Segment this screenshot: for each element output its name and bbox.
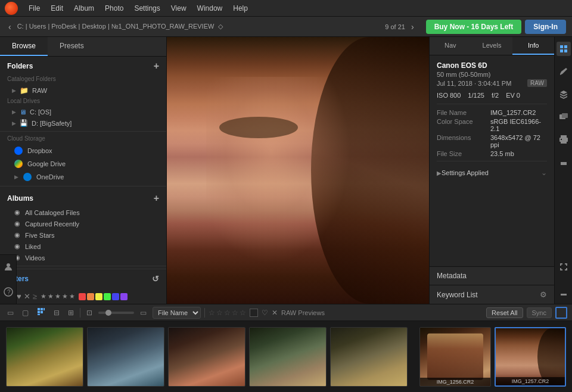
tab-presets[interactable]: Presets: [48, 37, 96, 56]
path-counter: 9 of 21: [385, 23, 405, 30]
toolbar-filmstrip-icon[interactable]: ▭: [5, 307, 16, 318]
right-icon-gallery[interactable]: [557, 110, 571, 124]
toolbar-heart-icon[interactable]: ♡: [262, 309, 268, 317]
filter-color-yellow[interactable]: [95, 293, 102, 300]
left-sidebar: Browse Presets Folders + Cataloged Folde…: [0, 37, 167, 304]
reset-all-button[interactable]: Reset All: [486, 307, 523, 318]
zoom-slider[interactable]: [98, 312, 134, 314]
menu-edit[interactable]: Edit: [46, 3, 68, 14]
menu-photo[interactable]: Photo: [100, 3, 128, 14]
raw-folder-item[interactable]: ▶ 📁 RAW: [0, 85, 166, 97]
nav-back[interactable]: ‹: [6, 21, 14, 33]
album-videos[interactable]: ◉ Videos: [0, 252, 166, 263]
filter-color-red[interactable]: [79, 293, 86, 300]
right-icon-print[interactable]: [557, 132, 571, 147]
filter-star-4[interactable]: ★: [62, 293, 68, 300]
film-thumb-2[interactable]: [87, 327, 164, 387]
filter-color-blue[interactable]: [112, 293, 119, 300]
buy-button[interactable]: Buy Now - 16 Days Left: [426, 20, 522, 34]
toolbar-map-icon[interactable]: ⊞: [66, 307, 76, 318]
toolbar-star-5[interactable]: ☆: [240, 309, 246, 317]
toolbar-star-4[interactable]: ☆: [232, 309, 238, 317]
filesize-row: File Size 23.5 mb: [437, 150, 547, 157]
keyword-settings-icon[interactable]: ⚙: [540, 290, 547, 299]
tab-levels[interactable]: Levels: [471, 37, 513, 55]
album-liked[interactable]: ◉ Liked: [0, 241, 166, 252]
right-icon-browse[interactable]: [557, 42, 571, 56]
album-five-stars[interactable]: ◉ Five Stars: [0, 229, 166, 241]
toolbar-fit-icon[interactable]: ▭: [138, 307, 149, 318]
toolbar-reject-icon[interactable]: ✕: [272, 309, 278, 317]
album-all-files[interactable]: ◉ All Cataloged Files: [0, 207, 166, 218]
sort-select[interactable]: File Name: [153, 307, 201, 319]
raw-chevron-icon: ▶: [12, 88, 16, 94]
onedrive-item[interactable]: ▶ OneDrive: [0, 170, 166, 183]
film-thumb-6[interactable]: IMG_1256.CR2: [419, 327, 491, 387]
right-icon-layers[interactable]: [557, 87, 571, 101]
albums-label: Albums: [7, 194, 33, 203]
settings-options-icon[interactable]: ⌄: [541, 169, 547, 177]
filter-star-5[interactable]: ★: [69, 293, 75, 300]
menu-settings[interactable]: Settings: [129, 3, 164, 14]
lens-info: 50 mm (50-50mm): [437, 71, 547, 78]
toolbar-compare-icon[interactable]: ⊟: [51, 307, 62, 318]
tab-nav[interactable]: Nav: [430, 37, 471, 55]
right-icon-edit[interactable]: [557, 64, 571, 79]
toolbar-star-3[interactable]: ☆: [224, 309, 231, 317]
right-icon-share[interactable]: [557, 155, 571, 169]
filter-heart-filled-icon[interactable]: ♥: [17, 292, 21, 301]
filter-star-2[interactable]: ★: [48, 293, 54, 300]
settings-applied-row[interactable]: ▶ Settings Applied ⌄: [437, 165, 547, 181]
filter-star-3[interactable]: ★: [55, 293, 61, 300]
filters-reset-icon[interactable]: ↺: [152, 274, 159, 284]
film-thumb-7[interactable]: IMG_1257.CR2: [495, 327, 566, 387]
folders-add-button[interactable]: +: [154, 61, 159, 71]
film-thumb-4[interactable]: [249, 327, 327, 387]
film-thumb-5[interactable]: [330, 327, 408, 387]
left-icon-person[interactable]: [1, 260, 15, 274]
keyword-header[interactable]: Keyword List ⚙: [430, 285, 554, 304]
filter-x-icon[interactable]: ✕: [24, 292, 30, 301]
right-icon-upload[interactable]: [557, 285, 571, 299]
albums-header[interactable]: Albums +: [0, 189, 166, 207]
film-thumb-1[interactable]: [6, 327, 83, 387]
gdrive-item[interactable]: Google Drive: [0, 157, 166, 170]
menu-album[interactable]: Album: [69, 3, 99, 14]
menu-window[interactable]: Window: [192, 3, 228, 14]
filter-color-green[interactable]: [104, 293, 111, 300]
filter-color-purple[interactable]: [120, 293, 128, 300]
right-icon-expand[interactable]: [557, 260, 571, 274]
menu-help[interactable]: Help: [228, 3, 253, 14]
filesize-label: File Size: [437, 150, 490, 157]
tab-browse[interactable]: Browse: [0, 37, 48, 56]
menu-view[interactable]: View: [166, 3, 191, 14]
album-all-icon: ◉: [14, 209, 20, 216]
left-icon-help[interactable]: ?: [1, 285, 15, 299]
tab-info[interactable]: Info: [512, 37, 554, 55]
signin-button[interactable]: Sign-In: [525, 20, 566, 34]
toolbar-zoom-icon[interactable]: ⊡: [84, 307, 95, 318]
color-label-box[interactable]: [250, 309, 258, 317]
dropbox-item[interactable]: Dropbox: [0, 144, 166, 157]
folders-header[interactable]: Folders +: [0, 57, 166, 74]
nav-forward[interactable]: ›: [409, 21, 416, 33]
toolbar-single-icon[interactable]: ▢: [20, 307, 31, 318]
albums-add-button[interactable]: +: [154, 194, 159, 203]
sync-button[interactable]: Sync: [527, 307, 552, 318]
album-captured[interactable]: ◉ Captured Recently: [0, 218, 166, 229]
filter-star-1[interactable]: ★: [41, 293, 46, 300]
menu-file[interactable]: File: [24, 3, 45, 14]
exif-row: ISO 800 1/125 f/2 EV 0: [437, 92, 547, 104]
c-drive-item[interactable]: ▶ 🖥 C: [OS]: [0, 107, 166, 117]
filmstrip-toggle-icon[interactable]: [555, 307, 567, 319]
zoom-slider-thumb[interactable]: [105, 310, 111, 316]
toolbar-star-1[interactable]: ☆: [209, 309, 215, 317]
toolbar-grid-icon[interactable]: [35, 306, 48, 319]
filter-color-orange[interactable]: [87, 293, 94, 300]
film-thumb-3[interactable]: [168, 327, 245, 387]
filters-header[interactable]: Filters ↺: [0, 269, 166, 288]
path-text: C: | Users | ProDesk | Desktop | №1_ON1_…: [17, 23, 382, 30]
toolbar-star-2[interactable]: ☆: [216, 309, 223, 317]
metadata-header[interactable]: Metadata: [430, 266, 554, 285]
d-drive-item[interactable]: ▶ 💾 D: [BigSafety]: [0, 117, 166, 129]
